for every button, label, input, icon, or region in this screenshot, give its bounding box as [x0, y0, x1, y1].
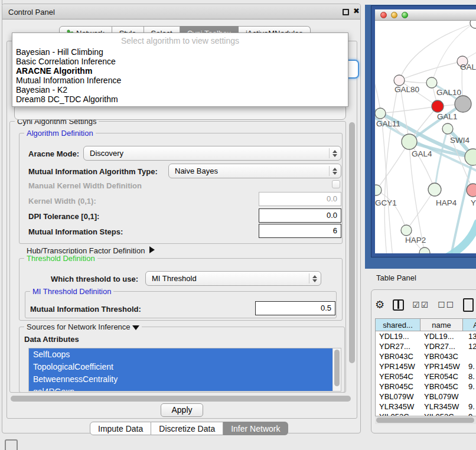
cell[interactable]: YPR145W	[420, 361, 463, 371]
cell[interactable]: YPR145W	[376, 361, 420, 371]
node-attribute-table[interactable]: shared... name A YDL19... YDL19... 13 YD…	[375, 318, 476, 424]
expanded-arrow-icon[interactable]	[132, 325, 139, 330]
list-vertical-scrollbar[interactable]	[332, 348, 341, 391]
collapsed-arrow-icon[interactable]	[149, 246, 155, 253]
cell[interactable]: YLR345W	[376, 402, 420, 412]
cell[interactable]: 9.	[463, 361, 476, 371]
network-canvas[interactable]: GALGAL80GAL10GAL1GAL11SWI4GAL4GCY1HAP4YH…	[375, 21, 476, 257]
cell[interactable]: YBR045C	[376, 381, 420, 392]
network-node[interactable]	[455, 96, 471, 112]
close-traffic-light-icon[interactable]	[380, 12, 387, 18]
cell[interactable]: YER054C	[376, 371, 420, 381]
zoom-traffic-light-icon[interactable]	[402, 12, 408, 18]
select-all-checkboxes-icon[interactable]: ☑☑	[412, 300, 429, 309]
network-node[interactable]	[402, 134, 417, 149]
network-node[interactable]	[428, 183, 441, 196]
column-header-shared-name[interactable]: shared...	[376, 319, 420, 331]
network-node[interactable]	[375, 108, 386, 119]
mi-algorithm-type-select[interactable]: Naive Bayes	[168, 164, 341, 178]
cell[interactable]	[463, 392, 476, 402]
cell[interactable]: 13	[463, 331, 476, 341]
table-options-gear-icon[interactable]: ⚙	[375, 299, 384, 311]
tab-discretize-data[interactable]: Discretize Data	[151, 422, 223, 435]
cell[interactable]: 8.	[463, 371, 476, 381]
mi-threshold-field[interactable]: 0.5	[255, 301, 335, 315]
minimize-traffic-light-icon[interactable]	[391, 12, 397, 18]
algorithm-option[interactable]: Basic Correlation Inference	[12, 57, 348, 66]
table-row[interactable]: YER054C YER054C 8.	[376, 371, 476, 381]
algorithm-option-selected[interactable]: ARACNE Algorithm	[12, 66, 348, 76]
list-item[interactable]: BetweennessCentrality	[29, 373, 332, 386]
algorithm-option[interactable]: Dream8 DC_TDC Algorithm	[12, 94, 348, 104]
manual-kernel-width-checkbox[interactable]	[332, 180, 340, 188]
algorithm-option[interactable]: Bayesian - Hill Climbing	[12, 47, 348, 57]
network-window-titlebar[interactable]	[375, 9, 476, 21]
column-header-partial[interactable]: A	[463, 319, 476, 331]
close-panel-icon[interactable]: ✖	[353, 6, 360, 15]
mi-steps-field[interactable]: 6	[259, 224, 341, 238]
cell[interactable]: YDR27...	[420, 341, 463, 351]
tab-impute-data[interactable]: Impute Data	[90, 422, 151, 435]
deselect-all-checkboxes-icon[interactable]: ☐☐	[438, 300, 455, 309]
export-table-icon[interactable]	[463, 298, 474, 312]
apply-button[interactable]: Apply	[161, 403, 203, 417]
cell[interactable]: YBR045C	[420, 381, 463, 392]
column-visibility-icon[interactable]	[393, 299, 404, 311]
settings-horizontal-scrollbar[interactable]	[9, 395, 357, 403]
tab-infer-network[interactable]: Infer Network	[223, 422, 288, 435]
control-panel-title: Control Panel	[8, 8, 55, 17]
sources-group-toggle[interactable]: Sources for Network Inference	[24, 322, 142, 331]
table-row[interactable]: YBR045C YBR045C 9.	[376, 381, 476, 392]
network-node[interactable]	[467, 184, 476, 197]
settings-vertical-scrollbar[interactable]	[348, 121, 356, 392]
network-node[interactable]	[470, 21, 476, 28]
cell[interactable]: YBL079W	[420, 392, 463, 402]
scrollbar-thumb[interactable]	[11, 396, 351, 402]
network-node[interactable]	[401, 225, 412, 236]
table-row[interactable]: YDR27... YDR27... 12	[376, 341, 476, 351]
cell[interactable]: YDR27...	[376, 341, 420, 351]
cell[interactable]: YBR043C	[420, 351, 463, 361]
network-node-label: GAL1	[437, 112, 458, 121]
column-header-name[interactable]: name	[420, 319, 463, 331]
list-item[interactable]: TopologicalCoefficient	[29, 361, 332, 373]
list-item[interactable]: gal4RGexp	[29, 386, 332, 392]
network-node[interactable]	[426, 77, 437, 88]
aracne-mode-select[interactable]: Discovery	[83, 146, 341, 161]
scrollbar-thumb[interactable]	[376, 418, 474, 423]
cell[interactable]: 9.	[463, 381, 476, 392]
table-row[interactable]: YBL079W YBL079W	[376, 392, 476, 402]
dpi-tolerance-field[interactable]: 0.0	[259, 208, 341, 223]
float-panel-icon[interactable]	[343, 9, 349, 15]
network-node[interactable]	[432, 100, 444, 112]
scrollbar-thumb[interactable]	[334, 350, 340, 386]
network-view-window[interactable]: GALGAL80GAL10GAL1GAL11SWI4GAL4GCY1HAP4YH…	[371, 6, 476, 257]
table-row[interactable]: YDL19... YDL19... 13	[376, 331, 476, 341]
cell[interactable]: YLR345W	[420, 402, 463, 412]
algorithm-option[interactable]: Bayesian - K2	[12, 85, 348, 94]
network-node[interactable]	[419, 247, 430, 257]
network-node[interactable]	[394, 75, 405, 86]
table-row[interactable]: YPR145W YPR145W 9.	[376, 361, 476, 371]
data-attributes-list[interactable]: SelfLoops TopologicalCoefficient Between…	[28, 348, 341, 392]
network-node[interactable]	[442, 123, 453, 134]
cell[interactable]: YBL079W	[376, 392, 420, 402]
algorithm-option[interactable]: Mutual Information Inference	[12, 76, 348, 85]
which-threshold-select[interactable]: MI Threshold	[145, 271, 321, 286]
network-node[interactable]	[375, 185, 382, 195]
cell[interactable]: YER054C	[420, 371, 463, 381]
group-title: Algorithm Definition	[24, 129, 96, 138]
cell[interactable]: YDL19...	[376, 331, 420, 341]
scrollbar-thumb[interactable]	[349, 122, 355, 363]
table-horizontal-scrollbar[interactable]	[375, 416, 476, 424]
cell[interactable]: 9.	[463, 402, 476, 412]
kernel-width-field[interactable]: 0.0	[259, 192, 341, 206]
cell[interactable]: YBR043C	[376, 351, 420, 361]
cell[interactable]: YDL19...	[420, 331, 463, 341]
list-item[interactable]: SelfLoops	[29, 348, 332, 361]
cell[interactable]: 12	[463, 341, 476, 351]
cell[interactable]	[463, 351, 476, 361]
table-row[interactable]: YLR345W YLR345W 9.	[376, 402, 476, 412]
table-row[interactable]: YBR043C YBR043C	[376, 351, 476, 361]
collapsed-panel-icon[interactable]	[5, 439, 18, 450]
